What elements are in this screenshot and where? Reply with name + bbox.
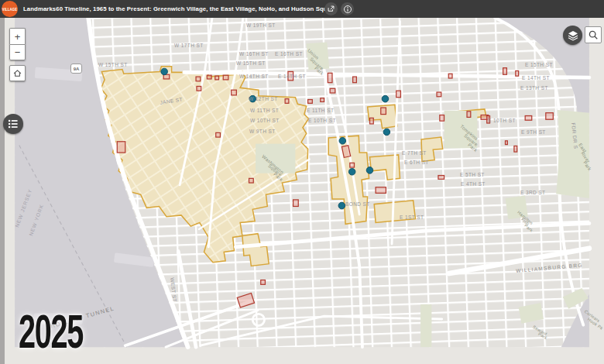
layers-icon (567, 29, 579, 42)
landmark-footprint[interactable] (330, 88, 335, 93)
landmark-footprint[interactable] (117, 142, 125, 153)
landmark-footprint[interactable] (261, 280, 266, 285)
landmark-footprint[interactable] (249, 178, 254, 183)
app-header: VILLAGE Landmarks60 Timeline, 1965 to th… (0, 0, 604, 18)
share-icon (327, 5, 335, 13)
landmark-footprint[interactable] (437, 92, 441, 97)
timeline-point[interactable] (348, 168, 355, 175)
landmark-footprint[interactable] (381, 108, 386, 115)
union-square-park (307, 42, 329, 70)
landmark-footprint[interactable] (376, 187, 386, 194)
tompkins-square-park (444, 111, 478, 149)
year-overlay: 2025 (19, 304, 83, 359)
landmark-footprint[interactable] (293, 200, 299, 207)
home-button[interactable] (9, 65, 26, 81)
zoom-control: + − (9, 28, 26, 60)
route-9a-shield: 9A (70, 64, 82, 74)
landmark-footprint[interactable] (328, 73, 332, 82)
landmark-footprint[interactable] (288, 71, 293, 80)
landmark-footprint[interactable] (196, 77, 201, 81)
landmark-footprint[interactable] (514, 146, 517, 152)
village-preservation-logo[interactable]: VILLAGE (2, 1, 18, 17)
landmark-footprint[interactable] (353, 77, 357, 83)
landmark-footprint[interactable] (207, 75, 211, 79)
timeline-point[interactable] (161, 68, 168, 75)
info-icon (343, 5, 352, 14)
east-river-park (556, 110, 589, 198)
logo-text: VILLAGE (2, 7, 18, 12)
sara-roosevelt-park (420, 304, 431, 347)
map-canvas[interactable] (0, 18, 604, 364)
timeline-point[interactable] (338, 202, 345, 209)
landmark-footprint[interactable] (525, 115, 532, 120)
app-title: Landmarks60 Timeline, 1965 to the Presen… (23, 0, 337, 18)
landmark-footprint[interactable] (516, 70, 519, 76)
collapsed-panel-edge[interactable] (0, 18, 5, 364)
landmark-footprint[interactable] (503, 68, 507, 75)
timeline-point[interactable] (366, 167, 373, 174)
share-button[interactable] (324, 2, 338, 15)
legend-icon (8, 119, 19, 129)
timeline-point[interactable] (339, 138, 346, 145)
legend-button[interactable] (3, 114, 23, 134)
hamilton-fish-park (505, 195, 527, 219)
landmark-footprint[interactable] (216, 132, 221, 137)
landmark-footprint[interactable] (505, 141, 507, 145)
landmark-footprint[interactable] (197, 86, 201, 91)
search-button[interactable] (585, 26, 602, 43)
timeline-point[interactable] (382, 95, 389, 102)
search-icon (588, 29, 599, 40)
washington-square-park (256, 144, 295, 173)
home-icon (12, 68, 22, 78)
east-village-district-c (374, 201, 415, 223)
info-button[interactable] (341, 2, 354, 15)
landmark-footprint[interactable] (321, 98, 324, 102)
layers-button[interactable] (563, 26, 582, 45)
landmark-footprint[interactable] (438, 176, 444, 180)
landmark-footprint[interactable] (546, 113, 554, 120)
zoom-in-button[interactable]: + (9, 28, 26, 44)
timeline-point[interactable] (249, 95, 256, 102)
landmark-footprint[interactable] (308, 100, 313, 104)
landmark-footprint[interactable] (440, 115, 444, 122)
landmark-footprint[interactable] (223, 75, 228, 80)
landmark-footprint[interactable] (232, 90, 237, 95)
landmark-footprint[interactable] (487, 115, 490, 123)
landmark-footprint[interactable] (350, 163, 355, 167)
landmark-footprint[interactable] (448, 74, 452, 78)
zoom-out-button[interactable]: − (9, 44, 26, 60)
landmark-footprint[interactable] (396, 91, 401, 98)
landmark-footprint[interactable] (369, 118, 373, 124)
landmark-footprint[interactable] (467, 112, 471, 118)
landmark-footprint[interactable] (215, 76, 219, 80)
landmark-footprint[interactable] (285, 99, 289, 104)
timeline-point[interactable] (383, 129, 390, 136)
